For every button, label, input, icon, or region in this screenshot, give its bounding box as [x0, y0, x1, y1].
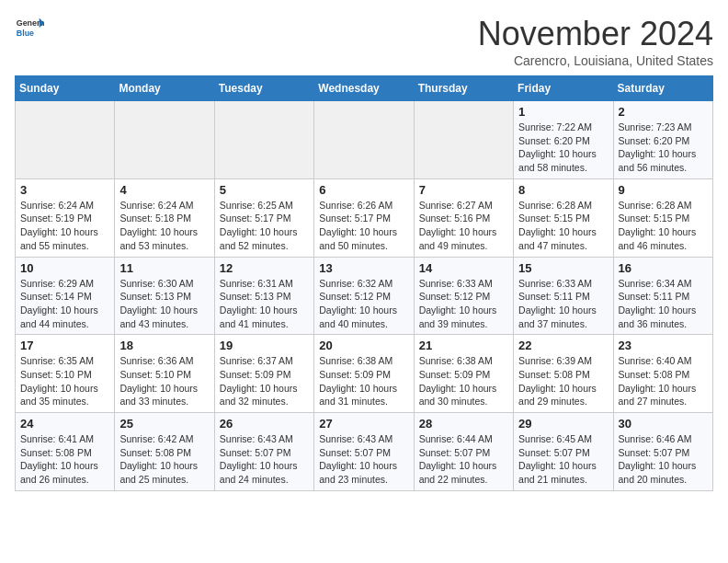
day-cell — [214, 101, 313, 179]
day-info: Sunrise: 6:38 AM Sunset: 5:09 PM Dayligh… — [319, 354, 408, 408]
day-info: Sunrise: 7:22 AM Sunset: 6:20 PM Dayligh… — [518, 121, 608, 175]
day-info: Sunrise: 6:27 AM Sunset: 5:16 PM Dayligh… — [419, 199, 508, 253]
week-row-3: 10Sunrise: 6:29 AM Sunset: 5:14 PM Dayli… — [16, 257, 713, 335]
day-cell: 18Sunrise: 6:36 AM Sunset: 5:10 PM Dayli… — [115, 335, 214, 413]
page-header: General Blue November 2024 Carencro, Lou… — [15, 15, 713, 68]
day-number: 7 — [419, 183, 508, 197]
day-info: Sunrise: 6:24 AM Sunset: 5:19 PM Dayligh… — [20, 199, 109, 253]
day-number: 9 — [619, 183, 708, 197]
logo: General Blue — [15, 15, 44, 44]
day-info: Sunrise: 6:45 AM Sunset: 5:07 PM Dayligh… — [518, 432, 608, 487]
day-info: Sunrise: 6:34 AM Sunset: 5:11 PM Dayligh… — [619, 277, 708, 331]
day-info: Sunrise: 6:33 AM Sunset: 5:11 PM Dayligh… — [518, 277, 608, 331]
day-cell — [314, 101, 414, 179]
day-number: 2 — [619, 105, 708, 119]
day-info: Sunrise: 6:25 AM Sunset: 5:17 PM Dayligh… — [220, 199, 309, 253]
day-cell: 11Sunrise: 6:30 AM Sunset: 5:13 PM Dayli… — [115, 257, 214, 335]
day-cell — [414, 101, 513, 179]
day-number: 4 — [119, 183, 209, 197]
day-cell: 23Sunrise: 6:40 AM Sunset: 5:08 PM Dayli… — [613, 335, 712, 413]
day-number: 22 — [518, 339, 608, 352]
day-cell: 15Sunrise: 6:33 AM Sunset: 5:11 PM Dayli… — [514, 257, 613, 335]
weekday-header-sunday: Sunday — [16, 76, 115, 101]
day-cell: 26Sunrise: 6:43 AM Sunset: 5:07 PM Dayli… — [214, 413, 313, 491]
day-number: 14 — [419, 261, 508, 275]
day-cell: 27Sunrise: 6:43 AM Sunset: 5:07 PM Dayli… — [314, 413, 414, 491]
day-cell: 20Sunrise: 6:38 AM Sunset: 5:09 PM Dayli… — [314, 335, 414, 413]
day-info: Sunrise: 6:26 AM Sunset: 5:17 PM Dayligh… — [319, 199, 408, 253]
day-info: Sunrise: 6:40 AM Sunset: 5:08 PM Dayligh… — [619, 354, 708, 408]
day-info: Sunrise: 6:36 AM Sunset: 5:10 PM Dayligh… — [119, 354, 209, 408]
day-number: 13 — [319, 261, 408, 275]
day-cell: 22Sunrise: 6:39 AM Sunset: 5:08 PM Dayli… — [514, 335, 613, 413]
day-number: 1 — [518, 105, 608, 119]
day-info: Sunrise: 6:24 AM Sunset: 5:18 PM Dayligh… — [119, 199, 209, 253]
day-info: Sunrise: 6:43 AM Sunset: 5:07 PM Dayligh… — [220, 432, 309, 487]
day-cell — [16, 101, 115, 179]
day-cell: 10Sunrise: 6:29 AM Sunset: 5:14 PM Dayli… — [16, 257, 115, 335]
day-info: Sunrise: 6:42 AM Sunset: 5:08 PM Dayligh… — [119, 432, 209, 487]
day-info: Sunrise: 7:23 AM Sunset: 6:20 PM Dayligh… — [619, 121, 708, 175]
day-info: Sunrise: 6:43 AM Sunset: 5:07 PM Dayligh… — [319, 432, 408, 487]
day-number: 25 — [119, 417, 209, 431]
calendar-body: 1Sunrise: 7:22 AM Sunset: 6:20 PM Daylig… — [16, 101, 713, 491]
day-cell: 24Sunrise: 6:41 AM Sunset: 5:08 PM Dayli… — [16, 413, 115, 491]
day-cell: 21Sunrise: 6:38 AM Sunset: 5:09 PM Dayli… — [414, 335, 513, 413]
day-number: 29 — [518, 417, 608, 431]
day-cell: 1Sunrise: 7:22 AM Sunset: 6:20 PM Daylig… — [514, 101, 613, 179]
day-number: 27 — [319, 417, 408, 431]
day-info: Sunrise: 6:33 AM Sunset: 5:12 PM Dayligh… — [419, 277, 508, 331]
day-number: 21 — [419, 339, 508, 352]
day-number: 19 — [220, 339, 309, 352]
day-number: 12 — [220, 261, 309, 275]
weekday-header-friday: Friday — [514, 76, 613, 101]
location-subtitle: Carencro, Louisiana, United States — [478, 53, 713, 68]
day-info: Sunrise: 6:29 AM Sunset: 5:14 PM Dayligh… — [20, 277, 109, 331]
day-info: Sunrise: 6:32 AM Sunset: 5:12 PM Dayligh… — [319, 277, 408, 331]
logo-icon: General Blue — [15, 15, 44, 44]
day-cell: 2Sunrise: 7:23 AM Sunset: 6:20 PM Daylig… — [613, 101, 712, 179]
day-info: Sunrise: 6:28 AM Sunset: 5:15 PM Dayligh… — [619, 199, 708, 253]
title-block: November 2024 Carencro, Louisiana, Unite… — [478, 15, 713, 68]
day-number: 18 — [119, 339, 209, 352]
day-number: 3 — [20, 183, 109, 197]
day-number: 10 — [20, 261, 109, 275]
day-cell: 6Sunrise: 6:26 AM Sunset: 5:17 PM Daylig… — [314, 178, 414, 257]
day-info: Sunrise: 6:30 AM Sunset: 5:13 PM Dayligh… — [119, 277, 209, 331]
day-number: 11 — [119, 261, 209, 275]
day-info: Sunrise: 6:46 AM Sunset: 5:07 PM Dayligh… — [619, 432, 708, 487]
day-cell: 7Sunrise: 6:27 AM Sunset: 5:16 PM Daylig… — [414, 178, 513, 257]
day-cell: 12Sunrise: 6:31 AM Sunset: 5:13 PM Dayli… — [214, 257, 313, 335]
day-info: Sunrise: 6:44 AM Sunset: 5:07 PM Dayligh… — [419, 432, 508, 487]
weekday-header-monday: Monday — [115, 76, 214, 101]
day-cell: 25Sunrise: 6:42 AM Sunset: 5:08 PM Dayli… — [115, 413, 214, 491]
day-cell: 29Sunrise: 6:45 AM Sunset: 5:07 PM Dayli… — [514, 413, 613, 491]
day-number: 6 — [319, 183, 408, 197]
day-cell: 3Sunrise: 6:24 AM Sunset: 5:19 PM Daylig… — [16, 178, 115, 257]
weekday-header-saturday: Saturday — [613, 76, 712, 101]
week-row-1: 1Sunrise: 7:22 AM Sunset: 6:20 PM Daylig… — [16, 101, 713, 179]
weekday-header-wednesday: Wednesday — [314, 76, 414, 101]
day-number: 28 — [419, 417, 508, 431]
day-info: Sunrise: 6:41 AM Sunset: 5:08 PM Dayligh… — [20, 432, 109, 487]
day-number: 15 — [518, 261, 608, 275]
day-cell: 16Sunrise: 6:34 AM Sunset: 5:11 PM Dayli… — [613, 257, 712, 335]
day-number: 30 — [619, 417, 708, 431]
month-title: November 2024 — [478, 15, 713, 53]
day-number: 8 — [518, 183, 608, 197]
day-cell: 17Sunrise: 6:35 AM Sunset: 5:10 PM Dayli… — [16, 335, 115, 413]
calendar-header: SundayMondayTuesdayWednesdayThursdayFrid… — [16, 76, 713, 101]
day-cell: 4Sunrise: 6:24 AM Sunset: 5:18 PM Daylig… — [115, 178, 214, 257]
day-cell: 5Sunrise: 6:25 AM Sunset: 5:17 PM Daylig… — [214, 178, 313, 257]
calendar-table: SundayMondayTuesdayWednesdayThursdayFrid… — [15, 75, 713, 491]
day-info: Sunrise: 6:38 AM Sunset: 5:09 PM Dayligh… — [419, 354, 508, 408]
day-info: Sunrise: 6:39 AM Sunset: 5:08 PM Dayligh… — [518, 354, 608, 408]
svg-text:Blue: Blue — [17, 29, 34, 38]
week-row-2: 3Sunrise: 6:24 AM Sunset: 5:19 PM Daylig… — [16, 178, 713, 257]
day-cell: 19Sunrise: 6:37 AM Sunset: 5:09 PM Dayli… — [214, 335, 313, 413]
day-info: Sunrise: 6:31 AM Sunset: 5:13 PM Dayligh… — [220, 277, 309, 331]
day-info: Sunrise: 6:37 AM Sunset: 5:09 PM Dayligh… — [220, 354, 309, 408]
day-cell: 13Sunrise: 6:32 AM Sunset: 5:12 PM Dayli… — [314, 257, 414, 335]
day-cell: 9Sunrise: 6:28 AM Sunset: 5:15 PM Daylig… — [613, 178, 712, 257]
week-row-4: 17Sunrise: 6:35 AM Sunset: 5:10 PM Dayli… — [16, 335, 713, 413]
